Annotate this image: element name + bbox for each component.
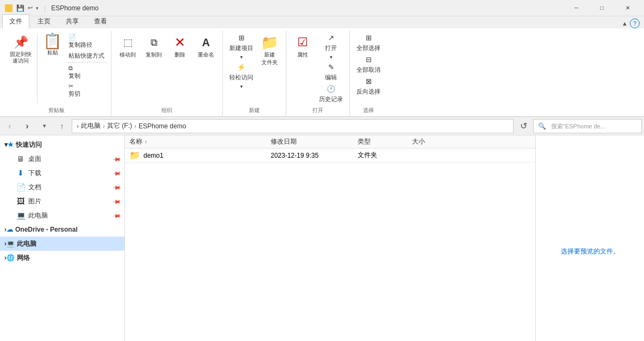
- help-icon[interactable]: ?: [630, 18, 640, 28]
- new-folder-button[interactable]: 📁 新建文件夹: [258, 32, 282, 69]
- paste-icon: 📋: [43, 34, 62, 49]
- select-all-button[interactable]: ⊞ 全部选择: [354, 33, 383, 53]
- invert-selection-button[interactable]: ⊠ 反向选择: [354, 76, 383, 97]
- sidebar-item-desktop[interactable]: 🖥 桌面 📌: [0, 152, 124, 166]
- network-header[interactable]: › 🌐 网络: [0, 251, 124, 265]
- file-type-cell: 文件夹: [353, 151, 408, 160]
- address-path[interactable]: › 此电脑 › 其它 (F:) › ESPhome demo: [72, 119, 514, 133]
- breadcrumb-thispc[interactable]: 此电脑: [81, 121, 101, 131]
- file-date: 2023-12-19 9:35: [271, 152, 318, 159]
- move-icon: ⬚: [119, 34, 136, 51]
- qat-save-icon[interactable]: 💾: [16, 4, 24, 12]
- sidebar-item-downloads[interactable]: ⬇ 下载 📌: [0, 166, 124, 180]
- deselect-all-label: 全部取消: [357, 66, 380, 74]
- column-name[interactable]: 名称 ↑: [125, 137, 266, 146]
- deselect-all-button[interactable]: ⊟ 全部取消: [354, 54, 383, 75]
- history-button[interactable]: 🕐 历史记录: [317, 84, 345, 104]
- sidebar-item-thispc-quick[interactable]: 💻 此电脑 📌: [0, 208, 124, 222]
- tab-file[interactable]: 文件: [2, 14, 29, 29]
- move-label: 移动到: [120, 51, 136, 59]
- cut-label: 剪切: [68, 90, 80, 98]
- open-right-col: ↗ 打开 ▾ ✎ 编辑 🕐 历史记录: [317, 32, 345, 106]
- pin-label: 固定到快速访问: [10, 51, 32, 64]
- new-folder-label: 新建文件夹: [261, 51, 278, 66]
- back-button[interactable]: ‹: [2, 119, 17, 134]
- properties-button[interactable]: ☑ 属性: [291, 32, 315, 61]
- onedrive-header[interactable]: › ☁ OneDrive - Personal: [0, 222, 124, 237]
- preview-panel: 选择要预览的文件。: [535, 135, 644, 341]
- column-type[interactable]: 类型: [353, 137, 408, 146]
- copy-label: 复制: [68, 72, 80, 80]
- paste-button[interactable]: 📋 粘贴: [40, 32, 65, 59]
- qat-undo-icon[interactable]: ↩: [28, 4, 33, 11]
- breadcrumb-folder[interactable]: ESPhome demo: [139, 122, 186, 130]
- pin-to-quick-access-button[interactable]: 📌 固定到快速访问: [7, 32, 35, 66]
- search-input[interactable]: [548, 123, 637, 129]
- rename-button[interactable]: A 重命名: [194, 32, 218, 61]
- quick-access-star-icon: ★: [8, 141, 14, 148]
- edit-icon: ✎: [328, 63, 334, 71]
- copy-path-button[interactable]: 📄 复制路径: [66, 33, 107, 50]
- move-to-button[interactable]: ⬚ 移动到: [116, 32, 140, 61]
- tab-view[interactable]: 查看: [87, 14, 114, 28]
- tab-home[interactable]: 主页: [30, 14, 58, 28]
- desktop-icon: 🖥: [15, 154, 26, 163]
- ribbon-controls: ▲ ?: [622, 18, 644, 28]
- column-size[interactable]: 大小: [408, 137, 451, 146]
- thispc-icon: 💻: [7, 240, 15, 247]
- column-date[interactable]: 修改日期: [266, 137, 353, 146]
- downloads-icon: ⬇: [15, 169, 26, 177]
- copy-to-button[interactable]: ⧉ 复制到: [142, 32, 166, 61]
- title-bar-controls: ─ □ ✕: [564, 0, 640, 16]
- window-title: ESPhome demo: [51, 4, 98, 12]
- paste-column: 📋 粘贴: [40, 32, 65, 59]
- pin-icon: 📌: [12, 34, 29, 51]
- paste-shortcut-label: 粘贴快捷方式: [68, 52, 104, 60]
- cut-button[interactable]: ✂ 剪切: [66, 82, 107, 99]
- forward-button[interactable]: ›: [20, 119, 35, 134]
- pictures-label: 图片: [28, 197, 114, 206]
- open-button[interactable]: ↗ 打开 ▾: [317, 33, 345, 61]
- minimize-button[interactable]: ─: [564, 0, 589, 16]
- downloads-pin: 📌: [112, 169, 121, 177]
- rename-icon: A: [197, 34, 215, 51]
- sidebar-item-pictures[interactable]: 🖼 图片 📌: [0, 194, 124, 208]
- invert-selection-label: 反向选择: [357, 88, 380, 96]
- copy-path-label: 复制路径: [68, 41, 92, 49]
- select-all-icon: ⊞: [366, 34, 372, 42]
- open-label: 打开: [291, 106, 345, 115]
- close-button[interactable]: ✕: [615, 0, 640, 16]
- open-label: 打开: [325, 44, 337, 52]
- breadcrumb-sep-2: ›: [134, 122, 136, 130]
- delete-button[interactable]: ✕ 删除: [168, 32, 192, 61]
- preview-text: 选择要预览的文件。: [561, 247, 620, 256]
- refresh-button[interactable]: ↺: [516, 119, 531, 134]
- up-button[interactable]: ↑: [54, 119, 70, 134]
- sidebar-item-documents[interactable]: 📄 文档 📌: [0, 180, 124, 194]
- svg-rect-1: [5, 8, 12, 12]
- new-item-button[interactable]: ⊞ 新建项目 ▾: [227, 33, 255, 61]
- paste-shortcut-button[interactable]: 粘贴快捷方式: [66, 51, 107, 61]
- dropdown-button[interactable]: ▾: [37, 119, 52, 134]
- window-icon: [4, 4, 13, 13]
- copy-button[interactable]: ⧉ 复制: [66, 64, 107, 81]
- thispc-header[interactable]: › 💻 此电脑: [0, 237, 124, 251]
- breadcrumb-arrow-1: ›: [77, 122, 79, 130]
- select-group: ⊞ 全部选择 ⊟ 全部取消 ⊠ 反向选择 选择: [350, 30, 387, 116]
- table-row[interactable]: 📁 demo1 2023-12-19 9:35 文件夹: [125, 148, 535, 163]
- breadcrumb-sep-1: ›: [103, 122, 105, 130]
- copy-path-icon: 📄: [68, 34, 76, 41]
- easy-access-label: 轻松访问: [229, 73, 253, 82]
- tab-share[interactable]: 共享: [59, 14, 86, 28]
- paste-label: 粘贴: [47, 49, 58, 57]
- quick-access-header[interactable]: ▾ ★ 快速访问: [0, 138, 124, 152]
- maximize-button[interactable]: □: [590, 0, 614, 16]
- organize-group: ⬚ 移动到 ⧉ 复制到 ✕ 删除 A 重命名 组织: [111, 30, 223, 116]
- qat-dropdown-icon[interactable]: ▾: [36, 5, 39, 11]
- ribbon-minimize-icon[interactable]: ▲: [622, 20, 628, 27]
- easy-access-button[interactable]: ⚡ 轻松访问 ▾: [227, 62, 255, 90]
- edit-button[interactable]: ✎ 编辑: [317, 62, 345, 83]
- organize-items: ⬚ 移动到 ⧉ 复制到 ✕ 删除 A 重命名: [116, 32, 218, 106]
- breadcrumb-drive[interactable]: 其它 (F:): [107, 121, 132, 131]
- thispc-label: 此电脑: [17, 239, 36, 249]
